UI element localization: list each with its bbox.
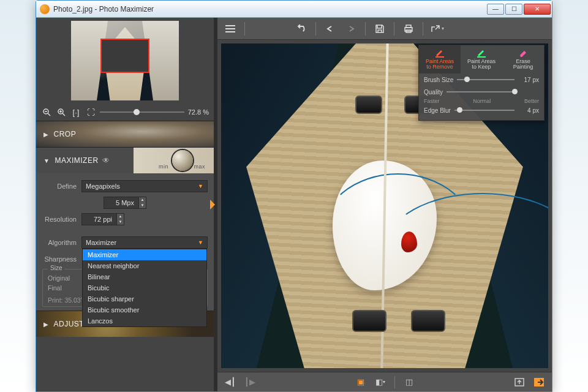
quality-better: Better bbox=[524, 98, 539, 104]
dial-max-label: max bbox=[194, 164, 205, 170]
maximizer-dial[interactable] bbox=[172, 150, 193, 171]
define-select[interactable]: Megapixels▼ bbox=[81, 180, 208, 192]
brush-size-slider[interactable] bbox=[457, 79, 514, 80]
bottom-toolbar: ◀┃ ┃▶ ▣ ◧▾ ◫ bbox=[217, 372, 552, 391]
algorithm-option[interactable]: Maximizer bbox=[83, 249, 206, 260]
redo-step-button[interactable] bbox=[342, 21, 360, 37]
resolution-spinner[interactable]: 72 ppi▲▼ bbox=[81, 213, 124, 225]
tab-paint-keep[interactable]: Paint Areas to Keep bbox=[461, 45, 502, 74]
print-button[interactable] bbox=[399, 21, 418, 37]
brush-size-value: 17 px bbox=[518, 77, 539, 83]
save-button[interactable] bbox=[371, 21, 389, 37]
expand-handle-icon[interactable] bbox=[210, 200, 215, 209]
fit-width-icon[interactable]: [·] bbox=[70, 107, 81, 118]
algorithm-label: Algorithm bbox=[42, 239, 81, 246]
edge-blur-value: 4 px bbox=[518, 107, 539, 114]
maximize-button[interactable]: ☐ bbox=[505, 4, 522, 15]
svg-line-4 bbox=[62, 113, 65, 116]
chevron-right-icon: ▶ bbox=[43, 131, 49, 138]
main-toolbar: ▾ bbox=[217, 18, 552, 40]
left-panel: [·] ⛶ 72.8 % ▶ CROP ▼ MAXIMIZER 👁 min bbox=[36, 18, 214, 391]
titlebar[interactable]: Photo_2.jpg - Photo Maximizer — ☐ ✕ bbox=[36, 1, 552, 18]
view-split-button[interactable]: ◧▾ bbox=[372, 375, 388, 389]
upload-button[interactable] bbox=[511, 375, 527, 389]
dial-min-label: min bbox=[159, 164, 168, 170]
algorithm-option[interactable]: Bicubic smoother bbox=[83, 304, 206, 315]
minimize-button[interactable]: — bbox=[487, 4, 504, 15]
algorithm-option[interactable]: Bilinear bbox=[83, 271, 206, 282]
zoom-slider[interactable] bbox=[100, 107, 184, 118]
original-label: Original bbox=[48, 274, 70, 282]
viewport-selector[interactable] bbox=[100, 39, 149, 73]
fit-screen-icon[interactable]: ⛶ bbox=[85, 107, 96, 118]
undo-step-button[interactable] bbox=[321, 21, 339, 37]
edge-blur-label: Edge Blur bbox=[424, 107, 451, 114]
algorithm-option[interactable]: Nearest neighbor bbox=[83, 260, 206, 271]
maximizer-panel: Define Megapixels▼ 5 Mpx▲▼ Resolution 72… bbox=[36, 173, 214, 311]
quality-slider[interactable] bbox=[447, 91, 514, 92]
algorithm-option[interactable]: Lanczos bbox=[83, 315, 206, 326]
view-single-button[interactable]: ▣ bbox=[353, 375, 369, 389]
algorithm-option[interactable]: Bicubic bbox=[83, 282, 206, 293]
section-maximizer-header[interactable]: ▼ MAXIMIZER 👁 min max bbox=[36, 148, 214, 173]
thumbnail-navigator[interactable] bbox=[36, 18, 214, 104]
tab-paint-remove[interactable]: Paint Areas to Remove bbox=[419, 45, 461, 74]
svg-rect-8 bbox=[406, 25, 411, 28]
view-compare-button[interactable]: ◫ bbox=[401, 375, 417, 389]
quality-faster: Faster bbox=[424, 98, 440, 104]
algorithm-dropdown[interactable]: MaximizerNearest neighborBilinearBicubic… bbox=[82, 249, 207, 327]
quality-normal: Normal bbox=[473, 98, 491, 104]
zoom-value: 72.8 % bbox=[188, 108, 209, 116]
size-group-label: Size bbox=[48, 265, 64, 271]
chevron-right-icon: ▶ bbox=[43, 321, 49, 328]
quality-label: Quality bbox=[424, 89, 443, 96]
algorithm-option[interactable]: Bicubic sharper bbox=[83, 293, 206, 304]
svg-line-1 bbox=[48, 113, 50, 116]
final-label: Final bbox=[48, 284, 62, 292]
window-title: Photo_2.jpg - Photo Maximizer bbox=[53, 5, 154, 13]
right-panel: ▾ Paint Areas to R bbox=[217, 18, 552, 391]
chevron-down-icon: ▼ bbox=[43, 157, 50, 164]
megapixel-spinner[interactable]: 5 Mpx▲▼ bbox=[104, 197, 146, 209]
app-icon bbox=[40, 4, 50, 14]
menu-icon[interactable] bbox=[221, 21, 239, 37]
section-crop-header[interactable]: ▶ CROP bbox=[36, 121, 214, 147]
next-image-button[interactable]: ┃▶ bbox=[242, 375, 258, 389]
brush-size-label: Brush Size bbox=[424, 77, 453, 83]
section-crop-label: CROP bbox=[54, 130, 77, 138]
resolution-label: Resolution bbox=[42, 216, 81, 223]
close-button[interactable]: ✕ bbox=[524, 4, 551, 15]
section-maximizer-label: MAXIMIZER bbox=[55, 156, 98, 165]
prev-image-button[interactable]: ◀┃ bbox=[222, 375, 238, 389]
visibility-icon[interactable]: 👁 bbox=[102, 156, 110, 165]
svg-rect-10 bbox=[435, 56, 444, 58]
tab-erase[interactable]: Erase Painting bbox=[502, 45, 544, 74]
undo-button[interactable] bbox=[292, 21, 311, 37]
edge-blur-slider[interactable] bbox=[454, 110, 514, 111]
zoom-in-icon[interactable] bbox=[56, 107, 67, 118]
define-label: Define bbox=[42, 183, 81, 190]
export-button[interactable]: ▾ bbox=[428, 21, 447, 37]
paint-tools-panel[interactable]: Paint Areas to Remove Paint Areas to Kee… bbox=[418, 45, 545, 121]
image-viewport[interactable]: Paint Areas to Remove Paint Areas to Kee… bbox=[217, 40, 552, 372]
sharpness-label: Sharpness bbox=[42, 255, 81, 263]
algorithm-select[interactable]: Maximizer▼ MaximizerNearest neighborBili… bbox=[81, 236, 208, 249]
svg-rect-11 bbox=[477, 56, 486, 58]
app-window: Photo_2.jpg - Photo Maximizer — ☐ ✕ [·] … bbox=[36, 0, 552, 392]
zoom-out-icon[interactable] bbox=[41, 107, 52, 118]
apply-button[interactable] bbox=[531, 375, 547, 389]
